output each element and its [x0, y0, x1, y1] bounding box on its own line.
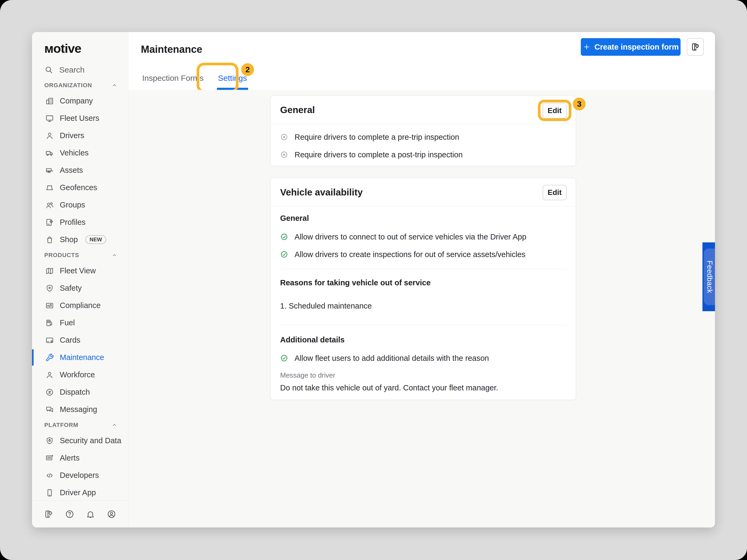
person-icon [45, 131, 54, 140]
feedback-tab[interactable]: Feedback [702, 242, 715, 311]
code-icon [45, 471, 54, 480]
compliance-icon [45, 301, 54, 310]
guide-icon [691, 42, 700, 52]
vehicle-availability-edit-button[interactable]: Edit [543, 185, 567, 200]
card-icon [45, 336, 54, 345]
shield-icon [45, 284, 54, 293]
screen: ᴍotive Search ORGANIZATION Company Fleet… [0, 0, 747, 560]
circle-check-icon [280, 250, 288, 259]
shopping-bag-icon [45, 236, 54, 244]
profile-gear-icon [45, 218, 54, 227]
sidebar-item-fleet-view[interactable]: Fleet View [32, 262, 128, 279]
search-label: Search [59, 65, 84, 74]
section-header-organization[interactable]: ORGANIZATION [32, 78, 128, 92]
truck-icon [45, 149, 54, 157]
general-card-title: General [280, 105, 315, 115]
geofence-icon [45, 184, 54, 192]
setting-row-pre-trip: Require drivers to complete a pre-trip i… [271, 128, 576, 146]
reason-item: 1. Scheduled maintenance [271, 300, 576, 311]
people-icon [45, 201, 54, 209]
sidebar-item-maintenance[interactable]: Maintenance [32, 349, 128, 366]
main-area: Maintenance Inspection Forms Settings 2 … [128, 32, 715, 528]
bell-icon[interactable] [86, 509, 95, 519]
divider [280, 269, 566, 269]
circle-check-icon [280, 233, 288, 241]
section-header-products[interactable]: PRODUCTS [32, 248, 128, 262]
sidebar-item-compliance[interactable]: Compliance [32, 297, 128, 314]
building-icon [45, 97, 54, 105]
shield-lock-icon [45, 436, 54, 445]
sidebar-item-profiles[interactable]: Profiles [32, 214, 128, 231]
general-settings-card: General Edit 3 Require drivers to comple… [270, 96, 576, 166]
feedback-label: Feedback [705, 261, 714, 293]
motive-logo: ᴍotive [32, 32, 128, 61]
sidebar-item-drivers[interactable]: Drivers [32, 127, 128, 144]
sidebar-footer [32, 500, 128, 528]
chevron-up-icon [111, 422, 118, 428]
sidebar-item-fuel[interactable]: Fuel [32, 314, 128, 331]
fuel-icon [45, 319, 54, 327]
feedback-tab-inner: Feedback [704, 248, 715, 305]
general-edit-button[interactable]: Edit [543, 103, 567, 118]
setting-row-connect-out-of-service: Allow drivers to connect to out of servi… [271, 228, 576, 246]
setting-row-post-trip: Require drivers to complete a post-trip … [271, 146, 576, 163]
section-header-platform[interactable]: PLATFORM [32, 418, 128, 432]
map-icon [45, 267, 54, 275]
circle-x-icon [280, 151, 288, 159]
sidebar-item-safety[interactable]: Safety [32, 279, 128, 297]
vehicle-card-title: Vehicle availability [280, 187, 363, 197]
search-icon [44, 65, 53, 74]
search-input[interactable]: Search [32, 61, 128, 78]
app-window: ᴍotive Search ORGANIZATION Company Fleet… [32, 32, 715, 528]
monitor-icon [45, 114, 54, 123]
vehicle-general-heading: General [271, 213, 576, 223]
circle-check-icon [280, 354, 288, 362]
alerts-icon [45, 454, 54, 462]
general-card-header: General [271, 96, 576, 124]
sidebar-item-assets[interactable]: Assets [32, 162, 128, 179]
tab-settings[interactable]: Settings [215, 66, 250, 90]
vehicle-card-header: Vehicle availability [271, 178, 576, 206]
messaging-icon [45, 405, 54, 414]
sidebar-item-workforce[interactable]: Workforce [32, 366, 128, 383]
chevron-up-icon [111, 82, 118, 88]
create-inspection-form-button[interactable]: Create inspection form [581, 38, 680, 56]
help-icon[interactable] [65, 509, 74, 519]
sidebar-item-vehicles[interactable]: Vehicles [32, 144, 128, 162]
sidebar-item-shop[interactable]: Shop NEW [32, 231, 128, 248]
page-header: Maintenance Inspection Forms Settings 2 … [128, 32, 715, 90]
tab-bar: Inspection Forms Settings [139, 66, 250, 90]
guide-button[interactable] [687, 38, 704, 56]
active-tab-underline [217, 88, 248, 90]
divider [280, 325, 566, 325]
sidebar-item-messaging[interactable]: Messaging [32, 401, 128, 418]
settings-content: General Edit 3 Require drivers to comple… [128, 90, 715, 528]
sidebar-item-geofences[interactable]: Geofences [32, 179, 128, 196]
plus-icon [583, 43, 591, 51]
additional-details-heading: Additional details [271, 335, 576, 345]
dispatch-icon [45, 388, 54, 397]
setting-row-create-inspections: Allow drivers to create inspections for … [271, 246, 576, 263]
circle-x-icon [280, 133, 288, 141]
sidebar-item-fleet-users[interactable]: Fleet Users [32, 110, 128, 127]
sidebar-item-alerts[interactable]: Alerts [32, 449, 128, 466]
sidebar-item-dispatch[interactable]: Dispatch [32, 383, 128, 401]
sidebar-item-security-and-data[interactable]: Security and Data [32, 432, 128, 449]
account-icon[interactable] [107, 509, 116, 519]
vehicle-availability-card: Vehicle availability Edit General Allow … [270, 178, 576, 400]
tab-inspection-forms[interactable]: Inspection Forms [139, 66, 206, 90]
sidebar-item-company[interactable]: Company [32, 92, 128, 110]
sidebar-item-developers[interactable]: Developers [32, 466, 128, 484]
reasons-heading: Reasons for taking vehicle out of servic… [271, 277, 576, 288]
person-icon [45, 371, 54, 379]
sidebar: ᴍotive Search ORGANIZATION Company Fleet… [32, 32, 128, 528]
new-badge: NEW [85, 235, 106, 244]
trailer-icon [45, 166, 54, 175]
sidebar-item-groups[interactable]: Groups [32, 196, 128, 214]
guide-icon[interactable] [44, 509, 53, 519]
sidebar-item-driver-app[interactable]: Driver App [32, 484, 128, 501]
sidebar-item-cards[interactable]: Cards [32, 331, 128, 349]
chevron-up-icon [111, 252, 118, 258]
phone-icon [45, 488, 54, 497]
message-to-driver-text: Do not take this vehicle out of yard. Co… [271, 382, 576, 393]
